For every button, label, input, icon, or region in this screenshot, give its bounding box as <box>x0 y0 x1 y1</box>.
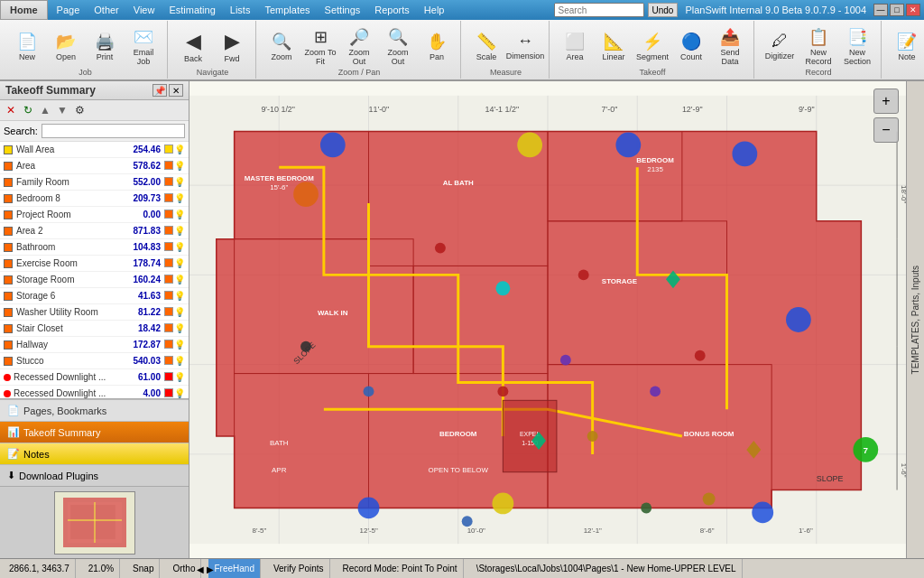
email-job-button[interactable]: ✉️Email Job <box>125 24 162 68</box>
zoom-display: 21.0% <box>83 559 120 578</box>
window-controls: — □ ✕ <box>873 4 920 16</box>
zoom-out-button[interactable]: 🔎Zoom Out <box>341 24 377 68</box>
thumbnail-next[interactable]: ▶ <box>207 564 214 574</box>
svg-point-68 <box>587 431 598 442</box>
panel-delete-button[interactable]: ✕ <box>4 103 18 117</box>
menu-reports[interactable]: Reports <box>367 0 417 20</box>
close-button[interactable]: ✕ <box>906 4 920 16</box>
print-button[interactable]: 🖨️Print <box>87 24 123 68</box>
toolbar-group-measure: 📏Scale ↔Dimension Measure <box>463 21 550 79</box>
list-item[interactable]: Washer Utility Room81.22💡 <box>0 304 189 321</box>
segment-button[interactable]: ⚡Segment <box>634 24 670 68</box>
svg-text:BATH: BATH <box>270 439 289 447</box>
item-name-label: Washer Utility Room <box>16 307 125 317</box>
item-color-box <box>4 340 13 350</box>
item-value-label: 61.00 <box>125 372 161 382</box>
forward-button[interactable]: ▶Fwd <box>214 24 250 68</box>
panel-up-button[interactable]: ▲ <box>38 103 52 117</box>
list-item[interactable]: Hallway172.87💡 <box>0 337 189 353</box>
dimension-button[interactable]: ↔Dimension <box>507 24 543 68</box>
item-swatch <box>164 242 173 251</box>
item-bulb-icon: 💡 <box>174 372 185 382</box>
list-item[interactable]: Family Room552.00💡 <box>0 174 189 191</box>
item-bulb-icon: 💡 <box>174 161 185 171</box>
menu-home-tab[interactable]: Home <box>0 0 48 20</box>
panel-pin-button[interactable]: 📌 <box>152 84 167 97</box>
list-item[interactable]: Wall Area254.46💡 <box>0 142 189 158</box>
area-button[interactable]: ⬜Area <box>557 24 593 68</box>
list-item[interactable]: Storage 641.63💡 <box>0 288 189 304</box>
new-section-button[interactable]: 📑New Section <box>839 24 875 68</box>
item-icons: 💡 <box>164 356 185 366</box>
download-plugins-label: Download Plugins <box>19 471 98 481</box>
list-item[interactable]: Exercise Room178.74💡 <box>0 256 189 272</box>
item-value-label: 540.03 <box>125 356 161 366</box>
item-color-box <box>4 357 13 366</box>
pan-button[interactable]: ✋Pan <box>419 24 455 68</box>
digitizer-button[interactable]: 🖊Digitizer <box>762 24 798 68</box>
list-item[interactable]: Bathroom104.83💡 <box>0 239 189 256</box>
menu-estimating[interactable]: Estimating <box>162 0 222 20</box>
back-button[interactable]: ◀Back <box>175 24 211 68</box>
search-input[interactable] <box>42 124 185 138</box>
item-value-label: 178.74 <box>125 258 161 268</box>
list-item[interactable]: Project Room0.00💡 <box>0 207 189 223</box>
zoom-button[interactable]: 🔍Zoom <box>263 24 300 68</box>
panel-settings-button[interactable]: ⚙ <box>72 103 87 117</box>
list-item[interactable]: Recessed Downlight ...4.00💡 <box>0 386 189 398</box>
maximize-button[interactable]: □ <box>890 4 904 16</box>
list-item[interactable]: Storage Room160.24💡 <box>0 272 189 288</box>
download-plugins-tab[interactable]: ⬇ Download Plugins <box>0 464 189 486</box>
list-item[interactable]: Stair Closet18.42💡 <box>0 321 189 337</box>
new-button[interactable]: 📄New <box>9 24 45 68</box>
svg-point-67 <box>300 341 311 352</box>
menu-help[interactable]: Help <box>417 0 452 20</box>
pages-bookmarks-icon: 📄 <box>7 405 20 416</box>
linear-button[interactable]: 📐Linear <box>596 24 632 68</box>
item-value-label: 172.87 <box>125 340 161 350</box>
undo-button[interactable]: Undo <box>648 3 679 17</box>
zoom-out2-button[interactable]: 🔍Zoom Out <box>380 24 416 68</box>
item-name-label: Bathroom <box>16 242 125 252</box>
verify-points-button[interactable]: Verify Points <box>268 559 330 578</box>
snap-button[interactable]: Snap <box>127 559 160 578</box>
list-item[interactable]: Recessed Downlight ...61.00💡 <box>0 369 189 386</box>
count-button[interactable]: 🔵Count <box>673 24 709 68</box>
list-item[interactable]: Area 2871.83💡 <box>0 223 189 239</box>
takeoff-summary-tab[interactable]: 📊 Takeoff Summary <box>0 421 189 443</box>
panel-refresh-button[interactable]: ↻ <box>21 103 35 117</box>
new-record-button[interactable]: 📋New Record <box>800 24 836 68</box>
menu-templates[interactable]: Templates <box>257 0 317 20</box>
canvas-area[interactable]: 9'-10 1/2" 11'-0" 14'-1 1/2" 7'-0" 12'-9… <box>189 81 906 558</box>
minimize-button[interactable]: — <box>873 4 888 16</box>
panel-toolbar: ✕ ↻ ▲ ▼ ⚙ <box>0 100 189 121</box>
list-item[interactable]: Bedroom 8209.73💡 <box>0 191 189 207</box>
send-data-button[interactable]: 📤Send Data <box>712 24 748 68</box>
svg-text:7: 7 <box>864 445 869 455</box>
list-item[interactable]: Stucco540.03💡 <box>0 353 189 369</box>
pages-bookmarks-tab[interactable]: 📄 Pages, Bookmarks <box>0 399 189 421</box>
menu-settings[interactable]: Settings <box>318 0 368 20</box>
menu-search-input[interactable] <box>554 3 644 17</box>
thumbnail[interactable] <box>54 491 135 555</box>
scale-button[interactable]: 📏Scale <box>468 24 504 68</box>
notes-tab[interactable]: 📝 Notes <box>0 443 189 464</box>
menu-view[interactable]: View <box>126 0 162 20</box>
menu-other[interactable]: Other <box>87 0 126 20</box>
zoom-to-fit-button[interactable]: ⊞Zoom To Fit <box>302 24 338 68</box>
panel-down-button[interactable]: ▼ <box>55 103 69 117</box>
blueprint-svg: 9'-10 1/2" 11'-0" 14'-1 1/2" 7'-0" 12'-9… <box>189 81 906 558</box>
left-panel: Takeoff Summary 📌 ✕ ✕ ↻ ▲ ▼ ⚙ Search: Wa… <box>0 81 189 558</box>
note-button[interactable]: 📝Note <box>889 24 924 68</box>
thumbnail-prev[interactable]: ◀ <box>197 564 204 574</box>
list-item[interactable]: Area578.62💡 <box>0 158 189 174</box>
zoom-in-nav-button[interactable]: + <box>873 89 899 114</box>
menu-lists[interactable]: Lists <box>223 0 258 20</box>
zoom-out-nav-button[interactable]: − <box>873 117 899 143</box>
item-name-label: Family Room <box>16 177 125 187</box>
panel-close-button[interactable]: ✕ <box>169 84 183 97</box>
freehand-button[interactable]: FreeHand <box>208 559 260 578</box>
open-button[interactable]: 📂Open <box>48 24 84 68</box>
svg-point-53 <box>752 501 773 523</box>
menu-page[interactable]: Page <box>50 0 88 20</box>
